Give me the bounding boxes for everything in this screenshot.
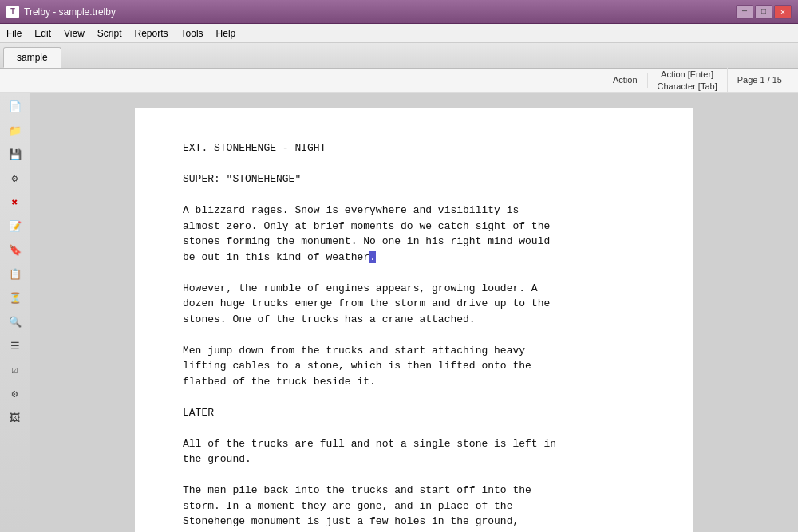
notes-icon[interactable]: 📋 bbox=[4, 263, 26, 286]
action-line[interactable]: The men pile back into the trucks and st… bbox=[183, 483, 646, 532]
context-bar: Action Action [Enter] Character [Tab] Pa… bbox=[0, 69, 798, 93]
script-blank bbox=[183, 156, 646, 172]
page-info-context: Page 1 / 15 bbox=[728, 73, 792, 87]
script-blank bbox=[183, 467, 646, 483]
settings-icon[interactable]: ⚙ bbox=[4, 167, 26, 190]
title-bar: T Trelby - sample.trelby ─ □ ✕ bbox=[0, 0, 798, 24]
action-line[interactable]: LATER bbox=[183, 405, 646, 421]
bookmark-icon[interactable]: 🔖 bbox=[4, 239, 26, 262]
action-label: Action bbox=[613, 75, 638, 85]
left-toolbar: 📄 📁 💾 ⚙ ✖ 📝 🔖 📋 ⏳ 🔍 ☰ ☑ ⚙ 🖼 bbox=[0, 93, 30, 532]
action-line[interactable]: A blizzard rages. Snow is everywhere and… bbox=[183, 203, 646, 265]
script-icon[interactable]: 📝 bbox=[4, 215, 26, 238]
text-cursor: . bbox=[369, 251, 376, 263]
page-info: Page 1 / 15 bbox=[737, 75, 782, 85]
check-icon[interactable]: ☑ bbox=[4, 359, 26, 381]
script-page[interactable]: EXT. STONEHENGE - NIGHTSUPER: "STONEHENG… bbox=[135, 108, 693, 532]
image-icon[interactable]: 🖼 bbox=[4, 407, 26, 429]
script-blank bbox=[183, 420, 646, 436]
menu-item-script[interactable]: Script bbox=[91, 24, 128, 42]
menu-item-help[interactable]: Help bbox=[210, 24, 243, 42]
timer-icon[interactable]: ⏳ bbox=[4, 287, 26, 309]
character-hint: Character [Tab] bbox=[658, 81, 717, 92]
toolbar: sample bbox=[0, 43, 798, 69]
minimize-button[interactable]: ─ bbox=[736, 5, 753, 19]
tab-label: sample bbox=[17, 52, 48, 63]
action-line[interactable]: All of the trucks are full and not a sin… bbox=[183, 436, 646, 467]
menu-item-file[interactable]: File bbox=[0, 24, 28, 42]
menu-item-edit[interactable]: Edit bbox=[28, 24, 57, 42]
action-line[interactable]: However, the rumble of engines appears, … bbox=[183, 281, 646, 328]
action-line[interactable]: Men jump down from the trucks and start … bbox=[183, 343, 646, 390]
delete-icon[interactable]: ✖ bbox=[4, 191, 26, 214]
active-tab[interactable]: sample bbox=[3, 47, 61, 68]
menu-bar: FileEditViewScriptReportsToolsHelp bbox=[0, 24, 798, 43]
search-icon[interactable]: 🔍 bbox=[4, 311, 26, 333]
app-icon: T bbox=[6, 6, 19, 18]
gear-icon[interactable]: ⚙ bbox=[4, 383, 26, 405]
new-icon[interactable]: 📄 bbox=[4, 96, 26, 118]
action-hint: Action [Enter] bbox=[658, 69, 717, 80]
list-icon[interactable]: ☰ bbox=[4, 335, 26, 357]
script-blank bbox=[183, 327, 646, 343]
title-bar-left: T Trelby - sample.trelby bbox=[6, 6, 116, 18]
script-scroll[interactable]: EXT. STONEHENGE - NIGHTSUPER: "STONEHENG… bbox=[30, 93, 798, 532]
close-button[interactable]: ✕ bbox=[774, 5, 792, 19]
maximize-button[interactable]: □ bbox=[755, 5, 772, 19]
save-icon[interactable]: 💾 bbox=[4, 144, 26, 166]
menu-item-view[interactable]: View bbox=[57, 24, 91, 42]
script-blank bbox=[183, 187, 646, 203]
title-controls: ─ □ ✕ bbox=[736, 5, 792, 19]
action-hint-context: Action [Enter] Character [Tab] bbox=[648, 67, 728, 93]
script-area: EXT. STONEHENGE - NIGHTSUPER: "STONEHENG… bbox=[30, 93, 798, 532]
main-layout: 📄 📁 💾 ⚙ ✖ 📝 🔖 📋 ⏳ 🔍 ☰ ☑ ⚙ 🖼 EXT. STONEHE… bbox=[0, 93, 798, 532]
menu-item-tools[interactable]: Tools bbox=[175, 24, 210, 42]
action-context: Action bbox=[603, 73, 648, 87]
script-blank bbox=[183, 265, 646, 281]
menu-item-reports[interactable]: Reports bbox=[128, 24, 175, 42]
tab-area: sample bbox=[3, 43, 61, 68]
scene-heading[interactable]: EXT. STONEHENGE - NIGHT bbox=[183, 140, 646, 156]
script-blank bbox=[183, 389, 646, 405]
open-icon[interactable]: 📁 bbox=[4, 120, 26, 142]
title-text: Trelby - sample.trelby bbox=[24, 6, 116, 18]
action-line[interactable]: SUPER: "STONEHENGE" bbox=[183, 171, 646, 187]
